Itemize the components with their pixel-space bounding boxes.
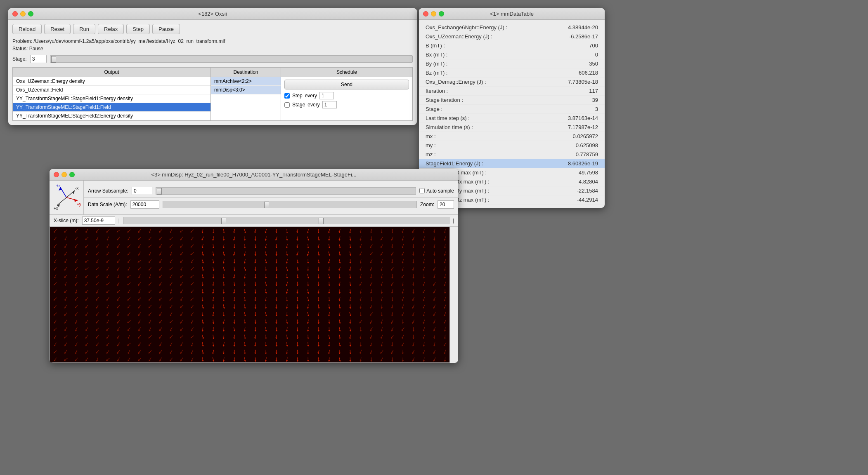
output-item-1[interactable]: Oxs_UZeeman::Field — [13, 86, 210, 94]
dt-row-3: Bx (mT) : 0 — [419, 50, 605, 59]
output-header: Output — [13, 68, 210, 77]
datatable-traffic-lights — [423, 11, 444, 16]
datatable-title: <1> mmDataTable — [490, 11, 534, 17]
dt-label-6: Oxs_Demag::Energy (J) : — [426, 79, 486, 85]
dt-row-14: mz : 0.778759 — [419, 150, 605, 159]
mmdisp-traffic-lights — [54, 172, 75, 177]
dt-label-1: Oxs_UZeeman::Energy (J) : — [426, 33, 492, 40]
svg-text:+y: +y — [77, 202, 81, 207]
datatable-maximize-button[interactable] — [439, 11, 444, 16]
output-table: Output Oxs_UZeeman::Energy density Oxs_U… — [12, 67, 413, 121]
mmdisp-maximize-button[interactable] — [69, 172, 75, 177]
auto-sample-checkbox[interactable] — [419, 188, 425, 193]
dt-value-19: -44.2914 — [577, 197, 598, 203]
step-checkbox[interactable] — [284, 93, 290, 99]
stage-schedule-row: Stage every 1 — [284, 101, 409, 108]
svg-text:+x: +x — [54, 206, 58, 211]
stage-sched-label: Stage — [292, 102, 305, 108]
dt-value-11: 7.17987e-12 — [568, 124, 598, 130]
relax-button[interactable]: Relax — [98, 24, 124, 34]
output-item-3[interactable]: YY_TransformStageMEL:StageField1:Field — [13, 103, 210, 112]
xslice-end-marker: | — [453, 218, 454, 223]
dt-label-5: Bz (mT) : — [426, 70, 447, 76]
svg-line-9 — [57, 198, 66, 205]
xslice-input[interactable]: 37.50e-9 — [82, 216, 115, 225]
oxsii-window: <182> Oxsii Reload Reset Run Relax Step … — [8, 8, 417, 125]
dt-value-14: 0.778759 — [576, 151, 598, 158]
oxsii-title-bar: <182> Oxsii — [8, 8, 417, 20]
auto-sample-label: Auto sample — [426, 188, 454, 194]
dt-row-7: Iteration : 117 — [419, 87, 605, 96]
zoom-label: Zoom: — [420, 202, 434, 207]
step-label: Step — [292, 93, 303, 99]
pause-button[interactable]: Pause — [152, 24, 180, 34]
datatable-minimize-button[interactable] — [431, 11, 436, 16]
dt-label-15: StageField1:Energy (J) : — [426, 160, 483, 167]
arrow-subsample-slider[interactable] — [156, 187, 416, 195]
reset-button[interactable]: Reset — [44, 24, 71, 34]
dt-row-10: Last time step (s) : 3.87163e-14 — [419, 114, 605, 123]
oxsii-maximize-button[interactable] — [28, 11, 33, 16]
stage-label: Stage: — [12, 56, 27, 62]
dt-label-9: Stage : — [426, 106, 442, 112]
dt-row-15: StageField1:Energy (J) : 8.60326e-19 — [419, 159, 605, 168]
stage-sched-checkbox[interactable] — [284, 102, 290, 108]
dt-row-6: Oxs_Demag::Energy (J) : 7.73805e-18 — [419, 78, 605, 87]
oxsii-toolbar: Reload Reset Run Relax Step Pause — [12, 24, 413, 34]
dt-value-12: 0.0265972 — [573, 133, 598, 139]
step-button[interactable]: Step — [126, 24, 150, 34]
svg-marker-7 — [74, 199, 78, 202]
dt-value-10: 3.87163e-14 — [568, 115, 598, 121]
oxsii-minimize-button[interactable] — [20, 11, 26, 16]
stage-row: Stage: 3 — [12, 55, 413, 63]
output-item-2[interactable]: YY_TransformStageMEL:StageField1:Energy … — [13, 94, 210, 103]
reload-button[interactable]: Reload — [12, 24, 42, 34]
output-column: Output Oxs_UZeeman::Energy density Oxs_U… — [13, 68, 211, 120]
dt-label-7: Iteration : — [426, 88, 448, 94]
run-button[interactable]: Run — [73, 24, 95, 34]
xslice-marker: | — [118, 218, 120, 223]
schedule-header: Schedule — [281, 68, 412, 77]
xslice-slider[interactable] — [123, 217, 449, 224]
stage-slider[interactable] — [50, 55, 413, 63]
data-scale-label: Data Scale (A/m): — [88, 202, 127, 207]
auto-sample-container: Auto sample — [419, 188, 454, 194]
dt-value-9: 3 — [595, 106, 598, 112]
oxsii-title: <182> Oxsii — [198, 11, 227, 17]
mmdisp-close-button[interactable] — [54, 172, 59, 177]
datatable-close-button[interactable] — [423, 11, 428, 16]
axis-diagram: +z -x +y +x — [52, 183, 81, 212]
dt-label-3: Bx (mT) : — [426, 52, 447, 58]
zoom-input[interactable]: 20 — [438, 200, 454, 209]
send-button[interactable]: Send — [284, 80, 409, 89]
dt-label-13: my : — [426, 142, 436, 148]
destination-column: Destination mmArchive<2:2> mmDisp<3:0> — [211, 68, 281, 120]
stage-input[interactable]: 3 — [30, 55, 47, 63]
mmdisp-minimize-button[interactable] — [61, 172, 67, 177]
stage-every-input[interactable]: 1 — [322, 101, 337, 108]
status-line: Status: Pause — [12, 46, 413, 52]
mmdisp-title: <3> mmDisp: Hyz_02_run_file00_H7000_AC00… — [151, 172, 356, 178]
schedule-area: Send Step every 1 Stage every 1 — [281, 77, 412, 113]
data-scale-slider[interactable] — [163, 201, 417, 208]
dt-value-4: 350 — [589, 61, 598, 67]
oxsii-close-button[interactable] — [12, 11, 18, 16]
dt-row-13: my : 0.625098 — [419, 141, 605, 150]
dt-value-13: 0.625098 — [576, 142, 598, 148]
dt-value-17: 4.82804 — [579, 179, 598, 185]
step-every-label: every — [305, 93, 317, 99]
output-item-4[interactable]: YY_TransformStageMEL:StageField2:Energy … — [13, 112, 210, 120]
dt-row-4: By (mT) : 350 — [419, 59, 605, 68]
dt-row-8: Stage iteration : 39 — [419, 96, 605, 105]
dest-item-1[interactable]: mmDisp<3:0> — [211, 86, 281, 94]
arrow-subsample-input[interactable]: 0 — [132, 187, 152, 195]
dest-item-0[interactable]: mmArchive<2:2> — [211, 77, 281, 86]
dt-value-7: 117 — [589, 88, 598, 94]
dt-row-0: Oxs_Exchange6Ngbr::Energy (J) : 4.38944e… — [419, 23, 605, 32]
data-scale-input[interactable]: 20000 — [130, 200, 159, 209]
output-item-0[interactable]: Oxs_UZeeman::Energy density — [13, 77, 210, 86]
axis-widget: +z -x +y +x — [50, 181, 84, 214]
vector-field-display[interactable] — [50, 227, 450, 363]
step-schedule-row: Step every 1 — [284, 92, 409, 99]
step-every-input[interactable]: 1 — [319, 92, 334, 99]
